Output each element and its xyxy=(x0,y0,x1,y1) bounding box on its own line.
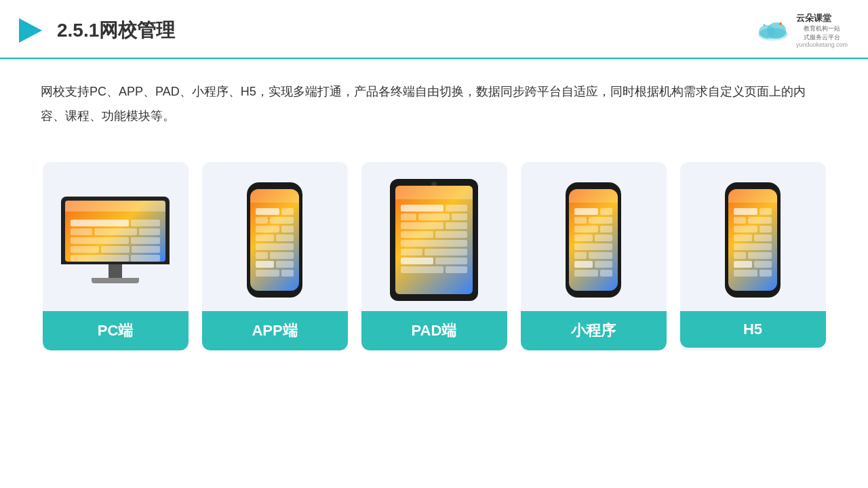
phone-mockup-mini xyxy=(563,182,624,298)
logo-arrow-icon xyxy=(14,14,46,47)
card-miniprogram-image xyxy=(521,162,667,311)
svg-marker-0 xyxy=(19,18,42,43)
header-left: 2.5.1网校管理 xyxy=(14,14,175,47)
pc-mockup xyxy=(58,197,173,283)
brand-text: 云朵课堂 教育机构一站 式服务云平台 yunduoketang.com xyxy=(796,12,848,48)
card-miniprogram: 小程序 xyxy=(521,162,667,350)
card-app-label: APP端 xyxy=(202,311,348,350)
page-header: 2.5.1网校管理 云朵课堂 教育机构一站 式服务云平台 yunduoketan… xyxy=(0,0,868,59)
card-app-image xyxy=(202,162,348,311)
card-app: APP端 xyxy=(202,162,348,350)
brand-logo: 云朵课堂 教育机构一站 式服务云平台 yunduoketang.com xyxy=(755,12,848,48)
card-pc-label: PC端 xyxy=(43,311,189,350)
phone-mockup-h5 xyxy=(722,182,783,298)
svg-point-5 xyxy=(779,22,782,25)
svg-point-6 xyxy=(763,24,765,26)
card-pc-image xyxy=(43,162,189,311)
card-pad-label: PAD端 xyxy=(361,311,507,350)
brand-icon: 云朵课堂 教育机构一站 式服务云平台 yunduoketang.com xyxy=(755,12,848,48)
card-pc: PC端 xyxy=(43,162,189,350)
card-h5-image xyxy=(680,162,826,311)
platform-cards: PC端 xyxy=(0,148,868,364)
cloud-icon xyxy=(755,20,792,41)
card-h5: H5 xyxy=(680,162,826,350)
card-pad: PAD端 xyxy=(361,162,507,350)
card-miniprogram-label: 小程序 xyxy=(521,311,667,350)
svg-point-4 xyxy=(760,28,787,39)
phone-mockup-app xyxy=(244,182,305,298)
page-title: 2.5.1网校管理 xyxy=(57,18,175,43)
card-pad-image xyxy=(361,162,507,311)
tablet-mockup xyxy=(390,179,478,301)
description-text: 网校支持PC、APP、PAD、小程序、H5，实现多端打通，产品各终端自由切换，数… xyxy=(0,59,868,142)
card-h5-label: H5 xyxy=(680,311,826,348)
